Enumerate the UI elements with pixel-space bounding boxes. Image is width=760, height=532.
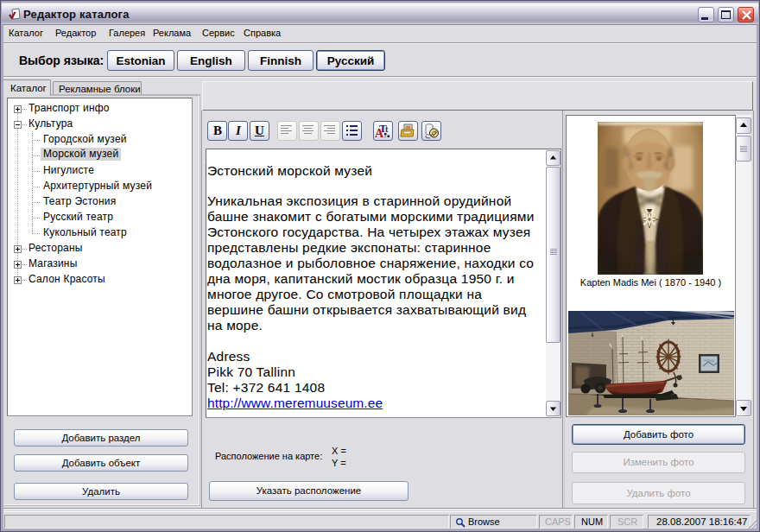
- svg-text:t: t: [385, 124, 389, 134]
- svg-text:A: A: [375, 127, 384, 140]
